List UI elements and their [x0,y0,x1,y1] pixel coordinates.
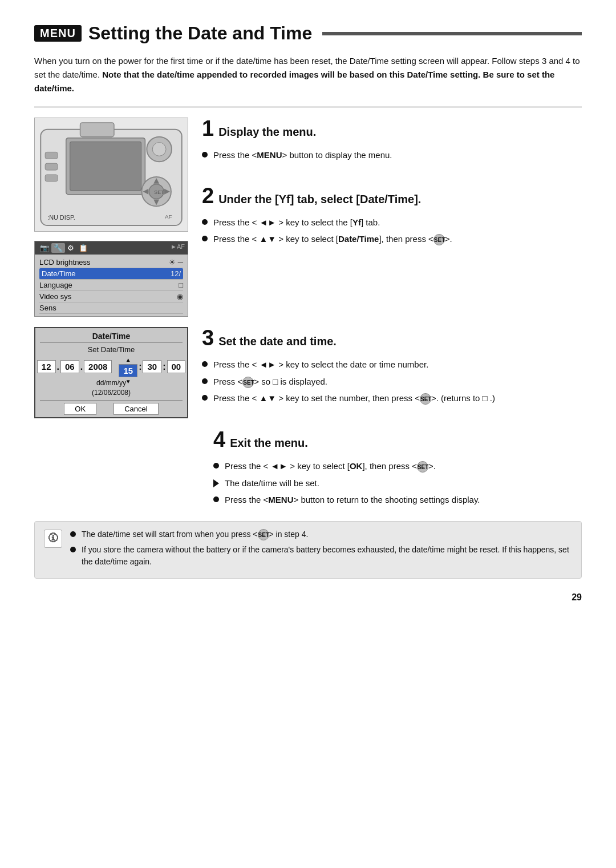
bullet-text: Press the <MENU> button to display the m… [213,149,392,162]
note-text: The date/time set will start from when y… [82,528,308,540]
step-4-text: 4 Exit the menu. Press the < ◄► > key to… [213,429,582,511]
svg-rect-16 [45,163,58,170]
svg-rect-3 [70,142,141,191]
bullet-text: Press the < ▲▼ > key to set the number, … [213,392,495,405]
svg-text::NU DISP.: :NU DISP. [47,214,75,221]
datetime-screen: Date/Time Set Date/Time 12 . 06 . 2008 1… [34,327,188,418]
step-4-heading: Exit the menu. [230,437,308,450]
step-1-number: 1 [202,118,214,139]
step-1-head: 1 Display the menu. [202,118,582,144]
step-3-head: 3 Set the date and time. [202,327,582,354]
menu-tab-wrench: 🔧 [51,243,65,253]
step-4-row: 4 Exit the menu. Press the < ◄► > key to… [34,429,582,511]
menu-corner: ►AF [171,243,185,253]
steps-1-2-text: 1 Display the menu. Press the <MENU> but… [202,118,582,256]
step-4-head: 4 Exit the menu. [213,429,582,455]
steps-container: :NU DISP. SET AF [34,118,582,511]
step-1-block: 1 Display the menu. Press the <MENU> but… [202,118,582,162]
title-text: Setting the Date and Time [88,23,312,44]
dt-day: 12 [37,360,56,373]
dt-ok-button[interactable]: OK [64,403,96,415]
list-item: Press the < ▲▼ > key to set the number, … [202,392,582,405]
step-4-number: 4 [213,429,225,450]
list-item: The date/time set will start from when y… [70,528,572,540]
menu-tab-gear: ⚙ [65,243,76,253]
step-1-heading: Display the menu. [218,126,316,139]
title-decoration [322,32,582,35]
bullet-icon [213,496,219,502]
dt-minute: 30 [143,360,161,373]
step-3-number: 3 [202,327,214,349]
step-3-bullets: Press the < ◄► > key to select the date … [202,358,582,405]
menu-row-lcd: LCD brightness ☀ ─ [39,257,183,268]
bullet-text: Press the < ◄► > key to select the [Yf] … [213,216,380,229]
svg-text:AF: AF [165,213,172,220]
svg-rect-15 [45,152,58,159]
step-2-heading: Under the [Yf] tab, select [Date/Time]. [218,193,421,206]
list-item: Press the < ◄► > key to select the date … [202,358,582,372]
step-2-bullets: Press the < ◄► > key to select the [Yf] … [202,216,582,246]
notes-list: The date/time set will start from when y… [70,528,572,571]
note-text: If you store the camera without the batt… [82,544,572,568]
bullet-text: Press the <MENU> button to return to the… [225,494,480,507]
bullet-icon [70,531,76,537]
step-3-heading: Set the date and time. [218,335,337,348]
menu-screen-image: 📷 🔧 ⚙ 📋 ►AF LCD brightness ☀ ─ Date/Time… [34,241,188,317]
list-item: Press the < ◄► > key to select the [Yf] … [202,216,582,229]
note-icon: 🛈 [44,530,62,548]
bullet-text: Press the < ◄► > key to select [OK], the… [225,460,436,473]
list-item: If you store the camera without the batt… [70,544,572,568]
dt-title: Date/Time [40,332,183,343]
dt-second: 00 [167,360,186,373]
svg-rect-17 [45,175,58,181]
menu-row-sens: Sens [39,302,183,314]
menu-row-datetime: Date/Time 12/ [39,268,183,280]
list-item: Press the < ▲▼ > key to select [Date/Tim… [202,233,582,246]
bullet-icon [202,219,208,225]
bullet-text: Press the < ▲▼ > key to select [Date/Tim… [213,233,452,246]
bullet-text: The date/time will be set. [225,477,319,490]
list-item: Press the < ◄► > key to select [OK], the… [213,460,582,473]
svg-rect-1 [80,123,114,137]
bullet-icon [202,236,208,241]
dt-date-row: 12 . 06 . 2008 15 : 30 : 00 [40,356,183,377]
menu-body: LCD brightness ☀ ─ Date/Time 12/ Languag… [35,255,188,316]
dt-year: 2008 [84,360,112,373]
step-1-bullets: Press the <MENU> button to display the m… [202,149,582,162]
step-3-images: Date/Time Set Date/Time 12 . 06 . 2008 1… [34,327,188,423]
step-2-block: 2 Under the [Yf] tab, select [Date/Time]… [202,185,582,246]
camera-back-image: :NU DISP. SET AF [34,118,188,232]
menu-tabs-row: 📷 🔧 ⚙ 📋 ►AF [35,241,188,255]
svg-point-6 [152,143,166,156]
bullet-icon [202,152,208,158]
menu-tab-clip: 📋 [76,243,90,253]
bullet-icon [213,463,219,469]
list-item: The date/time will be set. [213,477,582,490]
page-number: 29 [34,592,582,603]
bullet-icon [70,547,76,552]
bullet-icon [202,378,208,384]
dt-month: 06 [60,360,79,373]
bullet-icon [202,361,208,367]
notes-box: 🛈 The date/time set will start from when… [34,521,582,579]
page-title: MENU Setting the Date and Time [34,23,582,44]
section-divider [34,107,582,107]
bullet-text: Press <SET> so □ is displayed. [213,376,327,389]
intro-paragraph: When you turn on the power for the first… [34,54,582,95]
dt-cancel-button[interactable]: Cancel [114,403,158,415]
dt-buttons: OK Cancel [40,400,183,417]
list-item: Press the <MENU> button to return to the… [213,494,582,507]
step-3-row: Date/Time Set Date/Time 12 . 06 . 2008 1… [34,327,582,423]
menu-row-language: Language □ [39,280,183,291]
dt-format: dd/mm/yy [40,379,183,387]
step-2-head: 2 Under the [Yf] tab, select [Date/Time]… [202,185,582,212]
list-item: Press the <MENU> button to display the m… [202,149,582,162]
step-4-bullets: Press the < ◄► > key to select [OK], the… [213,460,582,507]
steps-1-2-images: :NU DISP. SET AF [34,118,188,321]
menu-row-videosys: Video sys ◉ [39,291,183,302]
svg-text:SET: SET [154,189,164,195]
menu-badge: MENU [34,25,82,42]
arrow-icon [213,479,219,487]
bullet-icon [202,395,208,401]
step-3-text: 3 Set the date and time. Press the < ◄► … [202,327,582,409]
